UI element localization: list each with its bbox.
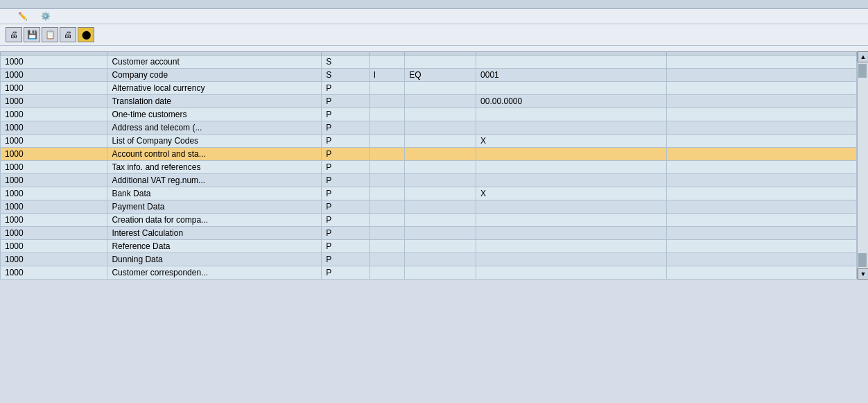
cell-field: One-time customers	[107, 108, 322, 121]
cell-type: P	[322, 253, 370, 266]
cell-to	[666, 266, 856, 280]
cell-option	[405, 135, 476, 148]
table-row[interactable]: 1000List of Company CodesPX	[1, 135, 857, 148]
cell-option	[405, 187, 476, 200]
local-save-icon: 📋	[45, 30, 55, 40]
stop-icon: ⬤	[82, 30, 91, 40]
cell-selection: 1000	[1, 95, 107, 108]
table-row[interactable]: 1000Creation data for compa...P	[1, 214, 857, 227]
table-row[interactable]: 1000Customer accountS	[1, 55, 857, 69]
table-row[interactable]: 1000Additional VAT reg.num...P	[1, 174, 857, 187]
pencil-icon: ✏️	[18, 12, 28, 21]
cell-type: P	[322, 161, 370, 174]
scroll-track	[858, 62, 868, 268]
cell-field: Reference Data	[107, 240, 322, 253]
cell-field: Company code	[107, 69, 322, 82]
cell-option	[405, 240, 476, 253]
cell-field: List of Company Codes	[107, 135, 322, 148]
cell-type: S	[322, 55, 370, 69]
cell-ie	[369, 135, 404, 148]
cell-selection: 1000	[1, 108, 107, 121]
cell-field: Translation date	[107, 95, 322, 108]
cell-frm	[476, 121, 666, 135]
cell-frm	[476, 214, 666, 227]
cell-field: Address and telecom (...	[107, 121, 322, 135]
table-row[interactable]: 1000Translation dateP00.00.0000	[1, 95, 857, 108]
table-row[interactable]: 1000One-time customersP	[1, 108, 857, 121]
cell-field: Tax info. and references	[107, 161, 322, 174]
table-row[interactable]: 1000Account control and sta...P	[1, 148, 857, 161]
cell-ie	[369, 214, 404, 227]
cell-type: P	[322, 214, 370, 227]
cell-type: P	[322, 187, 370, 200]
cell-option	[405, 200, 476, 214]
cell-to	[666, 95, 856, 108]
cell-frm	[476, 200, 666, 214]
scroll-down-button[interactable]: ▼	[858, 268, 868, 280]
cell-frm: 00.00.0000	[476, 95, 666, 108]
cell-option	[405, 161, 476, 174]
table-row[interactable]: 1000Customer corresponden...P	[1, 266, 857, 280]
cell-option	[405, 266, 476, 280]
cell-ie	[369, 227, 404, 240]
cell-ie	[369, 82, 404, 95]
cell-frm: X	[476, 135, 666, 148]
cell-selection: 1000	[1, 187, 107, 200]
cell-selection: 1000	[1, 240, 107, 253]
menu-values[interactable]: ✏️	[18, 12, 30, 21]
table-row[interactable]: 1000Alternative local currencyP	[1, 82, 857, 95]
cell-type: P	[322, 148, 370, 161]
cell-ie	[369, 121, 404, 135]
cell-selection: 1000	[1, 266, 107, 280]
cell-ie	[369, 95, 404, 108]
attributes-icon: ⚙️	[41, 12, 51, 21]
cell-frm	[476, 148, 666, 161]
cell-to	[666, 161, 856, 174]
save-button[interactable]: 💾	[24, 27, 40, 42]
table-row[interactable]: 1000Payment DataP	[1, 200, 857, 214]
cell-selection: 1000	[1, 161, 107, 174]
cell-to	[666, 174, 856, 187]
stop-button[interactable]: ⬤	[78, 27, 94, 42]
table-row[interactable]: 1000Bank DataPX	[1, 187, 857, 200]
cell-field: Interest Calculation	[107, 227, 322, 240]
toolbar: 🖨 💾 📋 🖨 ⬤	[0, 24, 868, 46]
cell-selection: 1000	[1, 55, 107, 69]
table-row[interactable]: 1000Interest CalculationP	[1, 227, 857, 240]
cell-type: P	[322, 135, 370, 148]
cell-option	[405, 148, 476, 161]
cell-type: P	[322, 240, 370, 253]
cell-to	[666, 108, 856, 121]
cell-option	[405, 82, 476, 95]
cell-selection: 1000	[1, 69, 107, 82]
cell-type: P	[322, 108, 370, 121]
data-table: 1000Customer accountS1000Company codeSIE…	[0, 51, 857, 280]
title-bar	[0, 0, 868, 9]
cell-ie	[369, 55, 404, 69]
table-row[interactable]: 1000Address and telecom (...P	[1, 121, 857, 135]
table-row[interactable]: 1000Company codeSIEQ0001	[1, 69, 857, 82]
local-save-button[interactable]: 📋	[42, 27, 58, 42]
cell-field: Bank Data	[107, 187, 322, 200]
table-row[interactable]: 1000Reference DataP	[1, 240, 857, 253]
print2-button[interactable]: 🖨	[60, 27, 76, 42]
cell-to	[666, 121, 856, 135]
print-button[interactable]: 🖨	[6, 27, 22, 42]
print2-icon: 🖨	[64, 30, 72, 40]
table-row[interactable]: 1000Tax info. and referencesP	[1, 161, 857, 174]
cell-option	[405, 55, 476, 69]
cell-to	[666, 200, 856, 214]
menu-attributes[interactable]: ⚙️	[41, 12, 53, 21]
cell-option: EQ	[405, 69, 476, 82]
cell-field: Payment Data	[107, 200, 322, 214]
cell-ie	[369, 266, 404, 280]
scroll-up-button[interactable]: ▲	[858, 51, 868, 62]
scroll-thumb-top[interactable]	[858, 64, 867, 78]
vertical-scrollbar[interactable]: ▲ ▼	[857, 51, 868, 280]
table-row[interactable]: 1000Dunning DataP	[1, 253, 857, 266]
cell-frm	[476, 161, 666, 174]
cell-ie	[369, 253, 404, 266]
menu-bar: ✏️ ⚙️	[0, 9, 868, 24]
scroll-thumb-bottom[interactable]	[858, 253, 867, 267]
cell-ie	[369, 161, 404, 174]
